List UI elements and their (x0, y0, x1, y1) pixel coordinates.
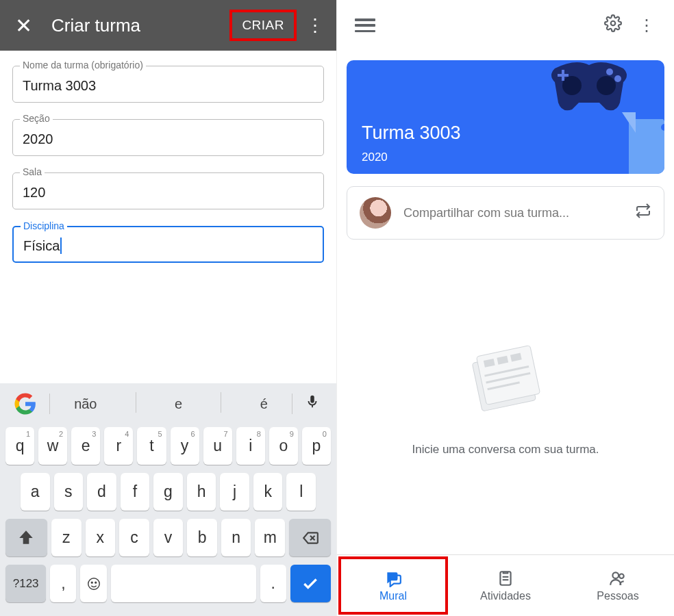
svg-point-2 (88, 578, 99, 589)
chat-icon (384, 569, 402, 587)
suggestion-0[interactable]: não (64, 392, 106, 416)
backspace-key[interactable] (289, 519, 331, 556)
tab-mural-label: Mural (379, 590, 407, 602)
share-card[interactable]: Compartilhar com sua turma... (347, 186, 664, 240)
close-icon[interactable]: ✕ (7, 10, 40, 42)
phone-right-class-stream: ⋮ Turma 3003 2020 Compartilhar com sua t… (337, 0, 674, 616)
key-w[interactable]: w2 (38, 427, 67, 465)
create-button[interactable]: CRIAR (229, 10, 297, 41)
key-y[interactable]: y6 (171, 427, 199, 465)
banner-section: 2020 (362, 151, 388, 164)
key-e[interactable]: e3 (71, 427, 100, 465)
field-disciplina-label: Disciplina (21, 220, 67, 231)
key-j[interactable]: j (220, 473, 249, 511)
svg-point-9 (614, 75, 621, 82)
key-s[interactable]: s (54, 473, 84, 511)
key-g[interactable]: g (153, 473, 183, 511)
field-disciplina[interactable]: Disciplina Física (12, 226, 324, 263)
key-a[interactable]: a (21, 473, 50, 511)
tab-atividades-label: Atividades (480, 590, 531, 602)
key-f[interactable]: f (121, 473, 150, 511)
more-icon[interactable]: ⋮ (630, 16, 663, 35)
symbols-key[interactable]: ?123 (5, 565, 46, 602)
svg-point-24 (612, 572, 619, 578)
field-sala-value: 120 (23, 185, 45, 201)
suggestion-1[interactable]: e (165, 392, 192, 416)
key-u[interactable]: u7 (203, 427, 232, 465)
field-secao[interactable]: Seção 2020 (12, 119, 324, 156)
field-disciplina-value: Física (23, 238, 60, 254)
field-nome[interactable]: Nome da turma (obrigatório) Turma 3003 (12, 66, 324, 103)
key-l[interactable]: l (286, 473, 316, 511)
key-x[interactable]: x (86, 519, 116, 556)
text-cursor (60, 238, 62, 254)
svg-point-7 (597, 76, 616, 95)
enter-key[interactable] (290, 565, 331, 602)
google-icon[interactable] (14, 392, 37, 415)
svg-point-3 (91, 582, 92, 583)
people-icon (609, 569, 627, 587)
key-k[interactable]: k (253, 473, 283, 511)
field-secao-label: Seção (20, 113, 53, 124)
key-n[interactable]: n (221, 519, 251, 556)
field-sala[interactable]: Sala 120 (12, 172, 324, 209)
svg-point-8 (606, 68, 613, 75)
svg-rect-11 (558, 74, 569, 77)
svg-point-5 (611, 21, 616, 26)
key-h[interactable]: h (187, 473, 216, 511)
field-nome-value: Turma 3003 (23, 78, 96, 94)
more-icon[interactable]: ⋮ (301, 15, 329, 36)
class-banner[interactable]: Turma 3003 2020 (347, 60, 664, 174)
divider (221, 392, 221, 413)
tag-illustration (615, 112, 664, 174)
empty-illustration (451, 337, 560, 426)
key-q[interactable]: q1 (5, 427, 34, 465)
key-rows: q1w2e3r4t5y6u7i8o9p0 asdfghjkl zxcvbnm ?… (0, 424, 336, 616)
emoji-key[interactable] (80, 565, 106, 602)
svg-point-6 (562, 76, 582, 95)
share-placeholder: Compartilhar com sua turma... (403, 206, 635, 220)
gear-icon[interactable] (596, 14, 630, 36)
keyboard: não e é q1w2e3r4t5y6u7i8o9p0 asdfghjkl z… (0, 383, 336, 616)
key-v[interactable]: v (153, 519, 184, 556)
key-row-4: ?123 , . (3, 565, 333, 602)
key-r[interactable]: r4 (104, 427, 133, 465)
period-key[interactable]: . (260, 565, 286, 602)
divider (136, 392, 136, 413)
svg-point-4 (95, 582, 96, 583)
bottom-tabs: Mural Atividades Pessoas (337, 554, 674, 616)
key-o[interactable]: o9 (269, 427, 298, 465)
key-c[interactable]: c (119, 519, 149, 556)
menu-icon[interactable] (355, 18, 375, 32)
space-key[interactable] (111, 565, 256, 602)
tab-pessoas[interactable]: Pessoas (562, 555, 674, 616)
divider (292, 394, 292, 414)
key-m[interactable]: m (255, 519, 285, 556)
empty-message: Inicie uma conversa com sua turma. (412, 443, 599, 457)
key-z[interactable]: z (51, 519, 82, 556)
field-nome-label: Nome da turma (obrigatório) (20, 60, 146, 70)
key-row-3: zxcvbnm (3, 519, 333, 556)
key-i[interactable]: i8 (236, 427, 265, 465)
suggestion-2[interactable]: é (251, 392, 277, 416)
mic-icon[interactable] (305, 394, 320, 413)
key-row-1: q1w2e3r4t5y6u7i8o9p0 (3, 427, 333, 465)
suggestions: não e é (50, 392, 292, 416)
tab-mural[interactable]: Mural (337, 555, 449, 616)
key-d[interactable]: d (87, 473, 116, 511)
assignment-icon (497, 569, 514, 587)
key-b[interactable]: b (187, 519, 217, 556)
repost-icon[interactable] (635, 203, 651, 223)
field-sala-label: Sala (20, 166, 45, 177)
banner-title: Turma 3003 (362, 123, 461, 144)
create-button-label: CRIAR (242, 18, 284, 32)
tab-atividades[interactable]: Atividades (449, 555, 562, 616)
topbar: ✕ Criar turma CRIAR ⋮ (0, 0, 336, 51)
avatar (360, 197, 391, 229)
key-t[interactable]: t5 (137, 427, 166, 465)
shift-key[interactable] (5, 519, 47, 556)
svg-point-25 (619, 574, 624, 578)
comma-key[interactable]: , (50, 565, 76, 602)
key-p[interactable]: p0 (302, 427, 331, 465)
field-secao-value: 2020 (23, 131, 53, 147)
